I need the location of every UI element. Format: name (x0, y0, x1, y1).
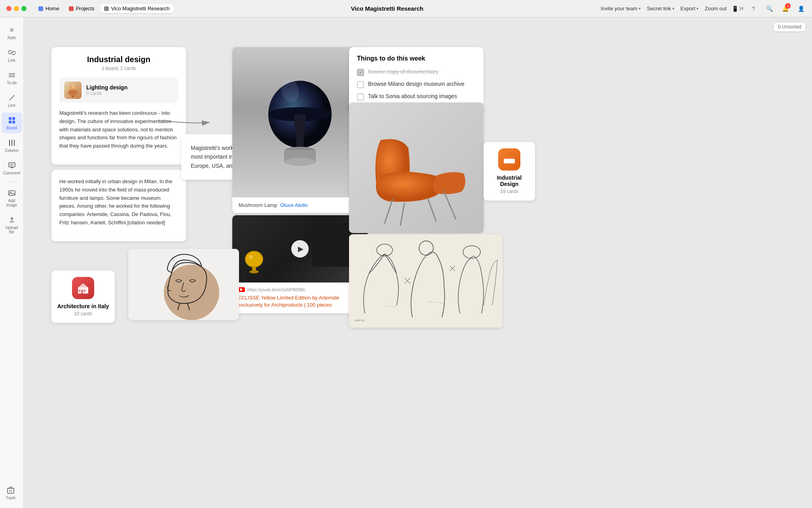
notification-badge: 1 (785, 3, 791, 9)
lamp-caption: Mushroom Lamp Oluce Atollo (232, 197, 368, 213)
trash-icon (6, 485, 15, 495)
svg-rect-9 (9, 121, 11, 123)
lighting-design-text: Lighting design 0 cards (86, 84, 173, 96)
industrial-card-text1: Magistretti's research has been continuo… (59, 109, 178, 150)
sidebar-item-comment[interactable]: Comment (2, 157, 22, 178)
board-icon (7, 116, 17, 125)
id-card-count: 19 cards (488, 189, 530, 194)
checkmark-1: ✓ (359, 70, 362, 75)
device-icon[interactable]: 📱14 (733, 4, 742, 13)
upload-file-icon (7, 215, 17, 225)
sofa-icon (502, 152, 516, 167)
lighting-design-item[interactable]: Lighting design 0 cards (59, 78, 178, 103)
play-icon: ▶ (298, 245, 304, 253)
id-icon-box (498, 148, 520, 171)
svg-rect-19 (8, 488, 14, 493)
secret-link-button[interactable]: Secret link ▾ (647, 6, 674, 11)
svg-rect-44 (505, 162, 514, 163)
tab-home-icon (38, 6, 43, 11)
sidebar-board-label: Board (6, 126, 17, 130)
sidebar-note-label: Note (8, 36, 16, 40)
lighting-design-icon (64, 82, 82, 99)
search-icon[interactable]: 🔍 (765, 4, 774, 13)
maximize-button[interactable] (21, 6, 27, 11)
sidebar-item-line[interactable]: Line (2, 90, 22, 111)
svg-rect-62 (84, 290, 85, 292)
lamp-image-card: Mushroom Lamp Oluce Atollo (232, 47, 368, 213)
column-icon (7, 138, 17, 148)
svg-rect-17 (9, 191, 15, 195)
video-thumbnail: ▶ (232, 215, 368, 282)
sidebar-link-label: Link (8, 58, 15, 63)
tab-current-icon (104, 6, 109, 11)
sidebar-item-board[interactable]: Board (2, 112, 22, 133)
svg-rect-45 (504, 159, 505, 163)
sidebar-item-add-image[interactable]: Add image (2, 185, 22, 210)
svg-rect-47 (349, 234, 503, 328)
svg-rect-63 (79, 290, 80, 292)
sidebar-item-upload-file[interactable]: Upload file (2, 212, 22, 237)
sidebar-add-image-label: Add image (4, 199, 20, 207)
invite-dropdown-arrow: ▾ (639, 6, 641, 11)
page-title: Vico Magistretti Research (177, 5, 598, 12)
sidebar-item-column[interactable]: Column (2, 135, 22, 156)
sketch-background: vico m. (349, 234, 503, 328)
lighting-design-name: Lighting design (86, 84, 173, 91)
invite-team-button[interactable]: Invite your team ▾ (601, 6, 641, 11)
traffic-lights (6, 6, 27, 11)
play-button[interactable]: ▶ (291, 240, 309, 258)
unsorted-badge[interactable]: 0 Unsorted (774, 22, 806, 32)
svg-line-6 (9, 95, 14, 100)
svg-line-42 (444, 191, 456, 219)
todo-checkbox-2[interactable] (357, 81, 364, 88)
svg-rect-25 (72, 96, 74, 97)
main-canvas[interactable]: 0 Unsorted Industrial design 1 board, 2 … (24, 17, 812, 508)
minimize-button[interactable] (14, 6, 19, 11)
svg-point-33 (284, 158, 316, 166)
close-button[interactable] (6, 6, 11, 11)
sidebar-item-note[interactable]: ≡ Note (2, 22, 22, 43)
sidebar-comment-label: Comment (3, 171, 20, 175)
industrial-design-title: Industrial design (59, 55, 178, 64)
tab-home-label: Home (46, 6, 59, 11)
svg-rect-14 (9, 163, 15, 167)
sidebar-item-todo[interactable]: To-do (2, 67, 22, 88)
sidebar-item-link[interactable]: Link (2, 45, 22, 66)
lamp-image (232, 47, 368, 197)
export-button[interactable]: Export ▾ (681, 6, 699, 11)
yellow-lamp (242, 247, 266, 277)
secret-dropdown-arrow: ▾ (672, 6, 674, 11)
tab-projects-label: Projects (76, 6, 95, 11)
avatar-icon[interactable]: 👤 (796, 4, 806, 13)
svg-point-24 (68, 89, 78, 96)
svg-rect-8 (12, 117, 15, 120)
video-link[interactable]: ECLISSE Yellow Limited Edition by Artemi… (238, 294, 362, 309)
todo-text-2: Browse Milano design museum archive (368, 81, 465, 87)
text-card-bio: He worked initially in urban design in M… (51, 170, 186, 241)
tab-current[interactable]: Vico Magistretti Research (100, 4, 174, 13)
titlebar: Home Projects Vico Magistretti Research … (0, 0, 812, 17)
tab-home[interactable]: Home (34, 4, 63, 13)
export-dropdown-arrow: ▾ (696, 6, 698, 11)
sidebar-divider (6, 182, 18, 182)
zoom-out-button[interactable]: Zoom out (705, 6, 727, 11)
sidebar-item-trash[interactable]: Trash (6, 485, 15, 500)
architecture-icon-box (72, 277, 94, 299)
architecture-card[interactable]: Architecture in Italy 10 cards (51, 271, 115, 323)
chair-svg (357, 108, 476, 227)
note-icon: ≡ (7, 25, 17, 35)
tab-projects[interactable]: Projects (65, 4, 99, 13)
architecture-card-count: 10 cards (56, 311, 110, 317)
titlebar-actions: Invite your team ▾ Secret link ▾ Export … (601, 4, 806, 13)
todo-checkbox-1[interactable]: ✓ (357, 69, 364, 76)
todo-checkbox-3[interactable] (357, 93, 364, 100)
line-draw-icon (7, 93, 17, 102)
id-icon-card[interactable]: Industrial Design 19 cards (484, 142, 535, 201)
lamp-link[interactable]: Oluce Atollo (280, 202, 307, 208)
id-card-title: Industrial Design (488, 174, 530, 187)
help-icon[interactable]: ? (749, 4, 758, 13)
tab-projects-icon (69, 6, 74, 11)
notification-icon[interactable]: 🔔 1 (780, 4, 790, 13)
svg-line-43 (400, 203, 404, 225)
link-icon (7, 48, 17, 57)
